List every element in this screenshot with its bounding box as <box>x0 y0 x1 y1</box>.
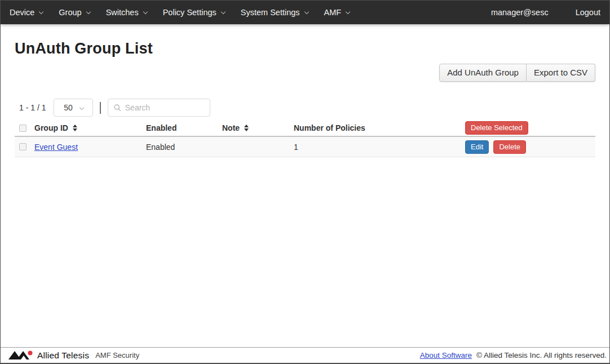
chevron-down-icon <box>143 9 147 14</box>
unauth-group-table: Group ID Enabled Note Number of Policies… <box>15 120 595 157</box>
app-window: Device Group Switches Policy Settings Sy… <box>0 0 610 364</box>
chevron-down-icon <box>39 9 43 14</box>
chevron-down-icon <box>221 9 226 14</box>
logout-button[interactable]: Logout <box>576 8 600 17</box>
header-actions-cell: Delete Selected <box>465 121 595 135</box>
product-name: AMF Security <box>95 351 139 359</box>
header-label: Enabled <box>146 123 176 132</box>
add-unauth-group-button[interactable]: Add UnAuth Group <box>439 64 527 82</box>
row-checkbox-cell <box>15 143 34 150</box>
chevron-down-icon <box>86 9 90 14</box>
header-number-of-policies: Number of Policies <box>294 123 465 132</box>
nav-item-group[interactable]: Group <box>51 8 98 17</box>
allied-telesis-logo <box>8 350 33 361</box>
copyright-text: © Allied Telesis Inc. All rights reserve… <box>476 351 607 359</box>
footer: Allied Telesis AMF Security About Softwa… <box>1 347 609 363</box>
delete-selected-button[interactable]: Delete Selected <box>465 121 528 135</box>
nav-item-switches[interactable]: Switches <box>98 8 155 17</box>
about-software-link[interactable]: About Software <box>420 351 472 359</box>
nav-item-label: Device <box>10 8 34 17</box>
list-controls: 1 - 1 / 1 50 <box>15 99 595 117</box>
header-note[interactable]: Note <box>222 123 294 132</box>
separator <box>100 102 101 114</box>
page-size-select[interactable]: 50 <box>54 99 93 117</box>
brand-name: Allied Telesis <box>37 350 89 361</box>
select-all-checkbox[interactable] <box>19 125 26 132</box>
page-title: UnAuth Group List <box>15 40 595 57</box>
group-id-link[interactable]: Event Guest <box>34 143 78 152</box>
delete-button[interactable]: Delete <box>493 140 526 154</box>
row-group-id-cell: Event Guest <box>34 143 146 152</box>
row-policies-cell: 1 <box>294 143 465 152</box>
footer-right: About Software © Allied Telesis Inc. All… <box>420 351 607 359</box>
header-label: Note <box>222 123 240 132</box>
header-label: Number of Policies <box>294 123 365 132</box>
brand-logo: Allied Telesis <box>8 350 89 361</box>
table-row: Event Guest Enabled 1 Edit Delete <box>15 137 595 157</box>
nav-menu: Device Group Switches Policy Settings Sy… <box>10 8 357 17</box>
header-checkbox-cell <box>15 125 34 132</box>
header-enabled: Enabled <box>146 123 222 132</box>
pagination-range: 1 - 1 / 1 <box>19 103 46 112</box>
nav-item-amf[interactable]: AMF <box>316 8 358 17</box>
user-account-label[interactable]: manager@sesc <box>491 8 549 17</box>
top-navbar: Device Group Switches Policy Settings Sy… <box>1 1 609 24</box>
main-content: UnAuth Group List Add UnAuth Group Expor… <box>1 24 609 347</box>
header-group-id[interactable]: Group ID <box>34 123 146 132</box>
header-label: Group ID <box>34 123 68 132</box>
nav-item-label: AMF <box>324 8 342 17</box>
export-csv-button[interactable]: Export to CSV <box>527 64 595 82</box>
row-actions-cell: Edit Delete <box>465 140 595 154</box>
chevron-down-icon <box>304 9 308 14</box>
chevron-down-icon <box>346 9 350 14</box>
nav-right: manager@sesc Logout <box>491 8 600 17</box>
toolbar-button-group: Add UnAuth Group Export to CSV <box>439 64 595 82</box>
chevron-down-icon <box>79 105 84 109</box>
search-input[interactable] <box>125 103 205 112</box>
edit-button[interactable]: Edit <box>465 140 489 154</box>
nav-item-system-settings[interactable]: System Settings <box>233 8 316 17</box>
row-checkbox[interactable] <box>19 143 26 150</box>
nav-item-device[interactable]: Device <box>10 8 51 17</box>
nav-item-label: System Settings <box>241 8 300 17</box>
nav-item-label: Policy Settings <box>163 8 216 17</box>
nav-item-label: Switches <box>106 8 139 17</box>
sort-arrows-icon[interactable] <box>244 125 249 131</box>
nav-item-policy-settings[interactable]: Policy Settings <box>155 8 233 17</box>
sort-arrows-icon[interactable] <box>73 125 77 131</box>
search-box[interactable] <box>108 99 210 117</box>
nav-item-label: Group <box>59 8 81 17</box>
toolbar: Add UnAuth Group Export to CSV <box>15 64 595 82</box>
page-size-value: 50 <box>64 103 73 112</box>
magnifier-icon <box>114 104 121 112</box>
row-enabled-cell: Enabled <box>146 143 222 152</box>
table-header-row: Group ID Enabled Note Number of Policies… <box>15 120 595 137</box>
